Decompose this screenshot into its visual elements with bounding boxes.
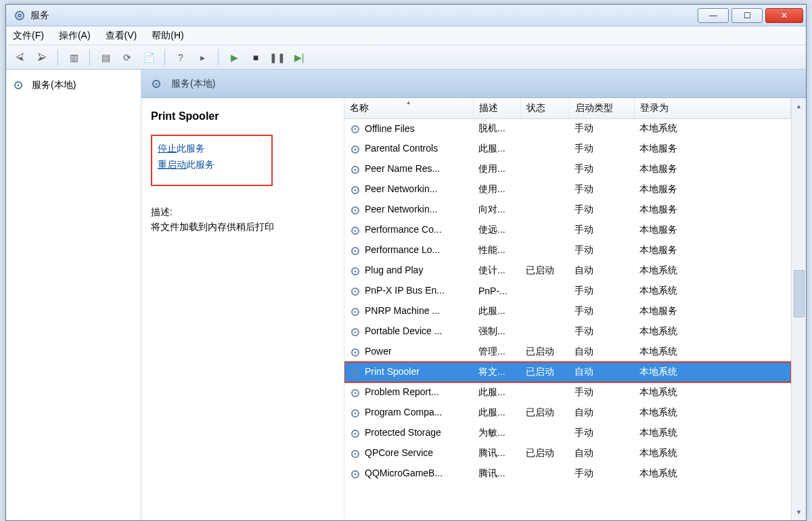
- svg-point-23: [355, 290, 357, 292]
- gear-icon: [350, 144, 361, 155]
- table-row[interactable]: Program Compa...此服...已启动自动本地系统: [344, 403, 791, 423]
- pause-service-button[interactable]: ❚❚: [269, 49, 286, 66]
- table-row[interactable]: PNRP Machine ...此服...手动本地服务: [344, 301, 791, 321]
- cell-status: [520, 301, 569, 321]
- svg-point-29: [355, 351, 357, 353]
- cell-startup: 自动: [569, 403, 634, 423]
- cell-name: Print Spooler: [344, 362, 473, 382]
- svg-point-5: [156, 83, 158, 85]
- table-row[interactable]: QQMicroGameB...腾讯...手动本地系统: [344, 463, 791, 484]
- scroll-thumb[interactable]: [794, 270, 805, 317]
- col-logon[interactable]: 登录为: [634, 98, 791, 118]
- svg-point-41: [355, 473, 357, 475]
- restart-service-button[interactable]: ▶|: [290, 49, 308, 66]
- table-row[interactable]: Offline Files脱机...手动本地系统: [344, 118, 791, 139]
- table-row[interactable]: Performance Co...使远...手动本地服务: [344, 220, 791, 240]
- table-row[interactable]: Power管理...已启动自动本地系统: [344, 342, 791, 362]
- services-table-container: 名称 描述 状态 启动类型 登录为 Offline Files脱机...手动本地…: [344, 98, 791, 520]
- col-name[interactable]: 名称: [344, 98, 473, 118]
- services-window: 服务 — ☐ ✕ 文件(F) 操作(A) 查看(V) 帮助(H) ⮘ ⮚ ▥ ▤…: [5, 4, 807, 521]
- table-row[interactable]: Portable Device ...强制...手动本地系统: [344, 321, 791, 342]
- refresh-button[interactable]: ⟳: [118, 49, 136, 66]
- restart-service-link[interactable]: 重启动: [158, 159, 186, 170]
- cell-desc: 腾讯...: [473, 443, 520, 463]
- forward-button[interactable]: ⮚: [33, 49, 51, 66]
- cell-startup: 手动: [569, 321, 634, 342]
- svg-point-19: [355, 250, 357, 252]
- action-button[interactable]: ▸: [194, 49, 211, 66]
- scroll-track[interactable]: [794, 114, 805, 504]
- menu-help[interactable]: 帮助(H): [152, 30, 183, 42]
- stop-service-button[interactable]: ■: [247, 49, 265, 66]
- close-button[interactable]: ✕: [765, 8, 803, 23]
- col-status[interactable]: 状态: [520, 98, 569, 118]
- vertical-scrollbar[interactable]: ▲ ▼: [791, 98, 806, 520]
- cell-status: [520, 159, 569, 179]
- cell-desc: 此服...: [473, 301, 520, 321]
- svg-point-13: [355, 189, 357, 191]
- col-startup[interactable]: 启动类型: [569, 98, 634, 118]
- cell-logon: 本地系统: [634, 118, 791, 139]
- start-service-button[interactable]: ▶: [225, 49, 243, 66]
- table-row[interactable]: Plug and Play使计...已启动自动本地系统: [344, 260, 791, 281]
- titlebar[interactable]: 服务 — ☐ ✕: [6, 5, 806, 26]
- menu-file[interactable]: 文件(F): [13, 30, 44, 42]
- svg-point-7: [355, 128, 357, 130]
- cell-startup: 手动: [569, 463, 634, 484]
- table-row[interactable]: Problem Report...此服...手动本地系统: [344, 382, 791, 403]
- table-row[interactable]: PnP-X IP Bus En...PnP-...手动本地系统: [344, 281, 791, 301]
- cell-status: [520, 382, 569, 403]
- show-hide-tree-button[interactable]: ▥: [65, 49, 83, 66]
- gear-icon: [350, 428, 361, 439]
- properties-button[interactable]: ▤: [97, 49, 114, 66]
- menu-action[interactable]: 操作(A): [59, 30, 91, 42]
- gear-icon: [350, 286, 361, 297]
- cell-logon: 本地系统: [634, 362, 791, 382]
- svg-point-1: [18, 14, 21, 17]
- cell-name: Protected Storage: [344, 423, 473, 443]
- table-row[interactable]: Parental Controls此服...手动本地服务: [344, 139, 791, 159]
- main-body: Print Spooler 停止此服务 重启动此服务 描述: 将文件加载到内存供…: [141, 98, 806, 520]
- cell-name: PnP-X IP Bus En...: [344, 281, 473, 301]
- list-pane: 名称 描述 状态 启动类型 登录为 Offline Files脱机...手动本地…: [344, 98, 806, 520]
- cell-name: Peer Networkin...: [344, 179, 473, 200]
- cell-startup: 手动: [569, 159, 634, 179]
- maximize-button[interactable]: ☐: [731, 8, 763, 23]
- cell-logon: 本地服务: [634, 139, 791, 159]
- stop-service-link[interactable]: 停止: [158, 143, 177, 154]
- table-row[interactable]: Protected Storage为敏...手动本地系统: [344, 423, 791, 443]
- table-row[interactable]: Print Spooler将文...已启动自动本地系统: [344, 362, 791, 382]
- cell-status: [520, 240, 569, 260]
- table-row[interactable]: Peer Networkin...使用...手动本地服务: [344, 179, 791, 200]
- minimize-button[interactable]: —: [698, 8, 729, 23]
- svg-point-25: [355, 311, 357, 313]
- cell-startup: 自动: [569, 443, 634, 463]
- cell-status: [520, 281, 569, 301]
- cell-startup: 手动: [569, 301, 634, 321]
- gear-icon: [350, 185, 361, 196]
- scroll-up-button[interactable]: ▲: [792, 99, 806, 113]
- gear-icon: [350, 347, 361, 358]
- table-row[interactable]: QPCore Service腾讯...已启动自动本地系统: [344, 443, 791, 463]
- restart-service-line: 重启动此服务: [158, 159, 266, 171]
- cell-logon: 本地系统: [634, 260, 791, 281]
- cell-startup: 手动: [569, 139, 634, 159]
- col-desc[interactable]: 描述: [473, 98, 520, 118]
- svg-point-37: [355, 432, 357, 434]
- table-row[interactable]: Performance Lo...性能...手动本地服务: [344, 240, 791, 260]
- nav-item-services-local[interactable]: 服务(本地): [13, 79, 134, 91]
- export-button[interactable]: 📄: [140, 49, 158, 66]
- cell-startup: 手动: [569, 220, 634, 240]
- back-button[interactable]: ⮘: [12, 49, 29, 66]
- cell-logon: 本地服务: [634, 240, 791, 260]
- cell-desc: 此服...: [473, 403, 520, 423]
- cell-logon: 本地服务: [634, 220, 791, 240]
- table-row[interactable]: Peer Networkin...向对...手动本地服务: [344, 200, 791, 220]
- scroll-down-button[interactable]: ▼: [792, 505, 806, 519]
- gear-icon: [350, 225, 361, 236]
- window-title: 服务: [30, 9, 49, 22]
- table-row[interactable]: Peer Name Res...使用...手动本地服务: [344, 159, 791, 179]
- menu-view[interactable]: 查看(V): [106, 30, 137, 42]
- help-button[interactable]: ?: [172, 49, 189, 66]
- gear-icon: [350, 367, 361, 378]
